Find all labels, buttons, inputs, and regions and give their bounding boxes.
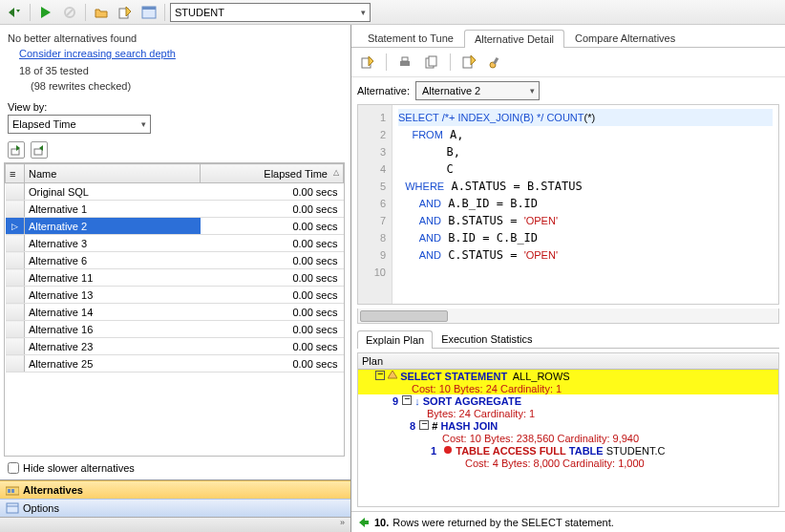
alternatives-grid[interactable]: ≡ Name Elapsed Time Original SQL0.00 sec… [4, 162, 345, 457]
back-dropdown-icon[interactable] [4, 2, 25, 23]
plan-cost: Cost: 10 Bytes: 24 Cardinality: 1 [358, 383, 778, 394]
table-row[interactable]: Alternative 60.00 secs [6, 252, 344, 269]
explain-plan-tree[interactable]: Plan SELECT STATEMENT ALL_ROWS Cost: 10 … [357, 352, 779, 507]
cell-elapsed: 0.00 secs [201, 304, 344, 321]
viewby-label: View by: [8, 101, 343, 113]
rewrites-text: (98 rewrites checked) [8, 80, 343, 92]
run-icon[interactable] [35, 2, 56, 23]
cell-elapsed: 0.00 secs [201, 269, 344, 287]
sql-code[interactable]: SELECT /*+ INDEX_JOIN(B) */ COUNT(*) FRO… [392, 105, 778, 304]
plan-tabs: Explain Plan Execution Statistics [357, 330, 779, 349]
svg-rect-16 [429, 56, 436, 66]
svg-rect-13 [400, 61, 410, 66]
copy-icon[interactable] [421, 52, 442, 73]
collapse-icon[interactable] [375, 371, 385, 380]
svg-line-1 [67, 10, 73, 15]
alternative-select-value: Alternative 2 [422, 85, 480, 96]
viewby-select[interactable]: Elapsed Time [8, 115, 151, 134]
export-icon[interactable] [8, 141, 25, 159]
format-icon[interactable] [458, 52, 479, 73]
cell-name: Alternative 11 [25, 269, 201, 287]
main-toolbar: STUDENT [0, 0, 785, 25]
collapse-icon[interactable] [402, 395, 412, 405]
separator [386, 53, 387, 71]
table-row[interactable]: Alternative 230.00 secs [6, 338, 344, 355]
line-gutter: 12345678910 [358, 105, 392, 304]
svg-rect-9 [11, 489, 14, 493]
sql-window-icon[interactable] [138, 2, 159, 23]
cell-elapsed: 0.00 secs [201, 235, 344, 252]
svg-rect-5 [11, 149, 19, 155]
table-row[interactable]: Alternative 110.00 secs [6, 269, 344, 287]
plan-node[interactable]: 8 # HASH JOIN [358, 419, 778, 433]
tab-exec-stats[interactable]: Execution Statistics [433, 330, 541, 348]
tested-text: 18 of 35 tested [8, 65, 343, 76]
table-row[interactable]: Alternative 130.00 secs [6, 287, 344, 304]
tab-alternative-detail[interactable]: Alternative Detail [464, 30, 564, 48]
plan-node[interactable]: SELECT STATEMENT ALL_ROWS [358, 370, 778, 383]
svg-rect-6 [34, 149, 42, 155]
separator [30, 4, 31, 21]
rowhdr-col[interactable]: ≡ [6, 164, 25, 183]
options-nav-icon [6, 502, 19, 514]
right-pane: Statement to Tune Alternative Detail Com… [351, 25, 785, 532]
cell-name: Alternative 23 [25, 338, 201, 355]
status-run-icon [357, 517, 371, 528]
detail-tabs: Statement to Tune Alternative Detail Com… [351, 25, 785, 48]
left-pane: No better alternatives found Consider in… [0, 25, 351, 532]
plan-node[interactable]: 9 ↓ SORT AGGREGATE [358, 394, 778, 408]
no-better-text: No better alternatives found [8, 32, 343, 44]
cell-elapsed: 0.00 secs [201, 183, 344, 201]
svg-rect-8 [8, 489, 11, 493]
tab-compare[interactable]: Compare Alternatives [564, 29, 686, 47]
col-name[interactable]: Name [25, 164, 201, 183]
hide-slower-label: Hide slower alternatives [23, 462, 135, 474]
row-indicator [6, 252, 25, 269]
nav-bar: Alternatives Options » [0, 479, 350, 532]
edit-sql-icon[interactable] [357, 52, 378, 73]
plan-node[interactable]: 1 TABLE ACCESS FULL TABLE STUDENT.C [358, 444, 778, 458]
horizontal-scrollbar[interactable] [357, 309, 779, 324]
collapse-icon[interactable] [419, 420, 429, 430]
suggestion-link[interactable]: Consider increasing search depth [8, 48, 343, 59]
svg-rect-4 [142, 7, 156, 10]
col-elapsed[interactable]: Elapsed Time [201, 164, 344, 183]
tab-statement[interactable]: Statement to Tune [357, 29, 464, 47]
cell-name: Alternative 6 [25, 252, 201, 269]
sql-editor[interactable]: 12345678910 SELECT /*+ INDEX_JOIN(B) */ … [357, 104, 779, 305]
table-row[interactable]: ▷Alternative 20.00 secs [6, 218, 344, 235]
tab-explain-plan[interactable]: Explain Plan [357, 330, 433, 349]
plan-header: Plan [358, 353, 778, 370]
schema-combo[interactable]: STUDENT [170, 3, 371, 22]
table-row[interactable]: Alternative 30.00 secs [6, 235, 344, 252]
cell-elapsed: 0.00 secs [201, 287, 344, 304]
svg-point-20 [444, 446, 452, 454]
cell-name: Original SQL [25, 183, 201, 201]
nav-alternatives-label: Alternatives [23, 484, 83, 496]
cell-name: Alternative 2 [25, 218, 201, 235]
open-folder-icon[interactable] [91, 2, 112, 23]
table-row[interactable]: Alternative 160.00 secs [6, 321, 344, 338]
tuning-icon[interactable] [485, 52, 506, 73]
table-row[interactable]: Alternative 250.00 secs [6, 355, 344, 372]
row-indicator [6, 183, 25, 201]
table-row[interactable]: Alternative 10.00 secs [6, 201, 344, 218]
refresh-icon[interactable] [31, 141, 48, 159]
separator [450, 53, 451, 71]
svg-rect-19 [493, 57, 499, 65]
nav-options[interactable]: Options [0, 499, 350, 517]
viewby-value: Elapsed Time [12, 118, 76, 130]
nav-alternatives[interactable]: Alternatives [0, 480, 350, 499]
print-icon[interactable] [394, 52, 415, 73]
hide-slower-checkbox[interactable] [8, 462, 19, 474]
alternative-select[interactable]: Alternative 2 [415, 81, 540, 100]
table-row[interactable]: Alternative 140.00 secs [6, 304, 344, 321]
row-indicator [6, 269, 25, 287]
row-indicator [6, 201, 25, 218]
alternative-label: Alternative: [357, 85, 410, 96]
stop-icon [59, 2, 80, 23]
edit-icon[interactable] [115, 2, 136, 23]
nav-expand-icon[interactable]: » [0, 517, 350, 532]
table-row[interactable]: Original SQL0.00 secs [6, 183, 344, 201]
cell-elapsed: 0.00 secs [201, 218, 344, 235]
